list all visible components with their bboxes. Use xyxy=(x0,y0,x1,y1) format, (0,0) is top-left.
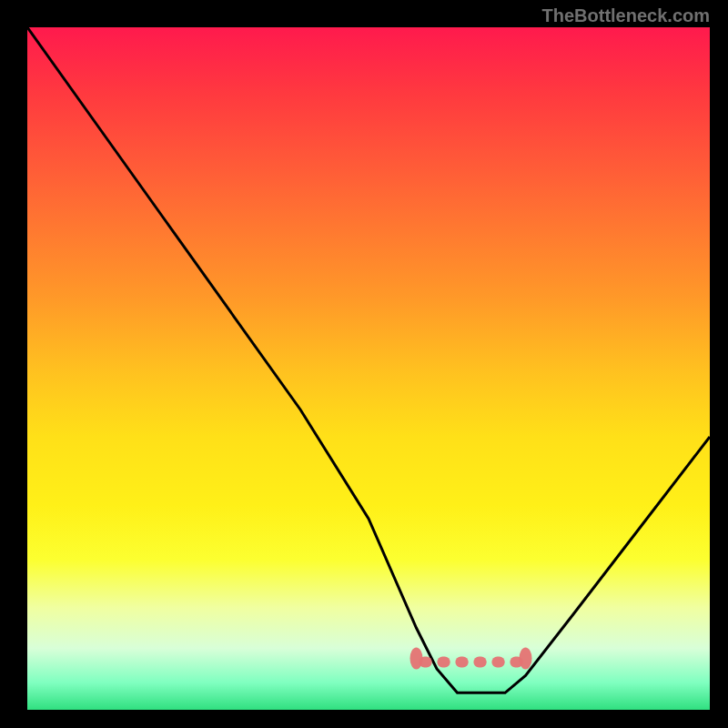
svg-rect-1 xyxy=(437,657,450,668)
svg-rect-3 xyxy=(473,657,486,668)
svg-point-7 xyxy=(520,648,532,670)
watermark-text: TheBottleneck.com xyxy=(542,5,710,26)
bottleneck-curve xyxy=(27,27,710,710)
svg-rect-4 xyxy=(491,657,504,668)
chart-plot-area xyxy=(27,27,710,710)
svg-point-6 xyxy=(410,648,423,670)
svg-rect-2 xyxy=(455,657,468,668)
